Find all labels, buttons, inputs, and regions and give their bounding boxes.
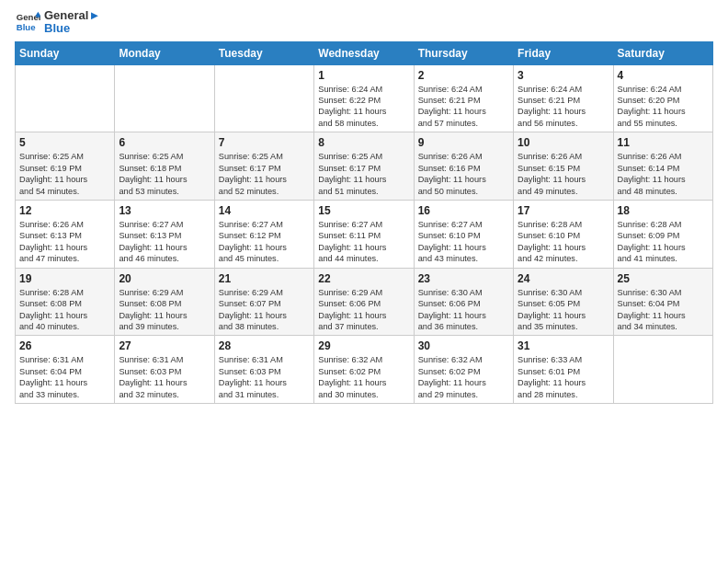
day-number: 13 [119, 204, 210, 217]
calendar-cell: 12Sunrise: 6:26 AM Sunset: 6:13 PM Dayli… [16, 200, 115, 268]
day-number: 21 [219, 272, 310, 285]
day-number: 29 [318, 339, 409, 352]
calendar-cell: 16Sunrise: 6:27 AM Sunset: 6:10 PM Dayli… [414, 200, 513, 268]
page: General Blue General► Blue SundayMondayT… [0, 0, 728, 563]
day-info: Sunrise: 6:27 AM Sunset: 6:12 PM Dayligh… [219, 219, 310, 265]
calendar-cell: 3Sunrise: 6:24 AM Sunset: 6:21 PM Daylig… [514, 64, 613, 132]
calendar-cell: 24Sunrise: 6:30 AM Sunset: 6:05 PM Dayli… [514, 268, 613, 336]
day-info: Sunrise: 6:29 AM Sunset: 6:07 PM Dayligh… [219, 287, 310, 333]
day-number: 1 [318, 69, 409, 82]
day-number: 20 [119, 272, 210, 285]
day-info: Sunrise: 6:26 AM Sunset: 6:13 PM Dayligh… [19, 219, 110, 265]
calendar-cell: 17Sunrise: 6:28 AM Sunset: 6:10 PM Dayli… [514, 200, 613, 268]
day-number: 28 [219, 339, 310, 352]
calendar-cell [613, 336, 712, 404]
week-row-3: 12Sunrise: 6:26 AM Sunset: 6:13 PM Dayli… [16, 200, 713, 268]
day-number: 14 [219, 204, 310, 217]
day-info: Sunrise: 6:26 AM Sunset: 6:14 PM Dayligh… [618, 151, 709, 197]
day-info: Sunrise: 6:30 AM Sunset: 6:06 PM Dayligh… [418, 287, 509, 333]
calendar-cell: 11Sunrise: 6:26 AM Sunset: 6:14 PM Dayli… [613, 132, 712, 201]
calendar-cell [16, 64, 115, 132]
calendar-cell: 5Sunrise: 6:25 AM Sunset: 6:19 PM Daylig… [16, 132, 115, 201]
day-number: 18 [618, 204, 709, 217]
day-info: Sunrise: 6:25 AM Sunset: 6:19 PM Dayligh… [19, 151, 110, 197]
calendar-cell: 6Sunrise: 6:25 AM Sunset: 6:18 PM Daylig… [115, 132, 214, 201]
day-number: 26 [19, 339, 110, 352]
calendar-cell: 20Sunrise: 6:29 AM Sunset: 6:08 PM Dayli… [115, 268, 214, 336]
day-info: Sunrise: 6:24 AM Sunset: 6:21 PM Dayligh… [518, 84, 609, 130]
day-number: 27 [119, 339, 210, 352]
calendar-cell: 22Sunrise: 6:29 AM Sunset: 6:06 PM Dayli… [314, 268, 414, 336]
day-info: Sunrise: 6:31 AM Sunset: 6:04 PM Dayligh… [19, 354, 110, 400]
day-info: Sunrise: 6:25 AM Sunset: 6:17 PM Dayligh… [318, 151, 409, 197]
header-day-thursday: Thursday [414, 41, 513, 64]
day-info: Sunrise: 6:26 AM Sunset: 6:16 PM Dayligh… [418, 151, 509, 197]
week-row-5: 26Sunrise: 6:31 AM Sunset: 6:04 PM Dayli… [16, 336, 713, 404]
day-info: Sunrise: 6:31 AM Sunset: 6:03 PM Dayligh… [219, 354, 310, 400]
day-number: 9 [418, 136, 509, 149]
calendar-cell: 18Sunrise: 6:28 AM Sunset: 6:09 PM Dayli… [613, 200, 712, 268]
day-info: Sunrise: 6:28 AM Sunset: 6:10 PM Dayligh… [518, 219, 609, 265]
day-number: 7 [219, 136, 310, 149]
day-number: 31 [518, 339, 609, 352]
day-number: 30 [418, 339, 509, 352]
calendar-cell: 19Sunrise: 6:28 AM Sunset: 6:08 PM Dayli… [16, 268, 115, 336]
header-day-tuesday: Tuesday [214, 41, 313, 64]
calendar-cell: 15Sunrise: 6:27 AM Sunset: 6:11 PM Dayli… [314, 200, 414, 268]
day-info: Sunrise: 6:28 AM Sunset: 6:08 PM Dayligh… [19, 287, 110, 333]
calendar-cell: 27Sunrise: 6:31 AM Sunset: 6:03 PM Dayli… [115, 336, 214, 404]
calendar-cell: 26Sunrise: 6:31 AM Sunset: 6:04 PM Dayli… [16, 336, 115, 404]
calendar-cell: 9Sunrise: 6:26 AM Sunset: 6:16 PM Daylig… [414, 132, 513, 201]
day-number: 25 [618, 272, 709, 285]
day-number: 17 [518, 204, 609, 217]
day-number: 10 [518, 136, 609, 149]
day-info: Sunrise: 6:27 AM Sunset: 6:10 PM Dayligh… [418, 219, 509, 265]
day-number: 19 [19, 272, 110, 285]
day-info: Sunrise: 6:26 AM Sunset: 6:15 PM Dayligh… [518, 151, 609, 197]
calendar-header-row: SundayMondayTuesdayWednesdayThursdayFrid… [16, 41, 713, 64]
calendar-cell: 10Sunrise: 6:26 AM Sunset: 6:15 PM Dayli… [514, 132, 613, 201]
calendar-cell: 2Sunrise: 6:24 AM Sunset: 6:21 PM Daylig… [414, 64, 513, 132]
calendar-cell: 4Sunrise: 6:24 AM Sunset: 6:20 PM Daylig… [613, 64, 712, 132]
day-info: Sunrise: 6:33 AM Sunset: 6:01 PM Dayligh… [518, 354, 609, 400]
calendar-cell: 31Sunrise: 6:33 AM Sunset: 6:01 PM Dayli… [514, 336, 613, 404]
logo-line1: General► [44, 9, 100, 22]
day-info: Sunrise: 6:24 AM Sunset: 6:20 PM Dayligh… [618, 84, 709, 130]
calendar-cell: 8Sunrise: 6:25 AM Sunset: 6:17 PM Daylig… [314, 132, 414, 201]
day-info: Sunrise: 6:31 AM Sunset: 6:03 PM Dayligh… [119, 354, 210, 400]
logo-line2: Blue [44, 22, 100, 35]
day-number: 23 [418, 272, 509, 285]
day-number: 8 [318, 136, 409, 149]
week-row-1: 1Sunrise: 6:24 AM Sunset: 6:22 PM Daylig… [16, 64, 713, 132]
day-number: 2 [418, 69, 509, 82]
logo: General Blue General► Blue [15, 9, 100, 36]
calendar-table: SundayMondayTuesdayWednesdayThursdayFrid… [15, 41, 713, 404]
day-number: 16 [418, 204, 509, 217]
day-number: 24 [518, 272, 609, 285]
header-day-wednesday: Wednesday [314, 41, 414, 64]
calendar-cell: 28Sunrise: 6:31 AM Sunset: 6:03 PM Dayli… [214, 336, 313, 404]
day-number: 6 [119, 136, 210, 149]
day-info: Sunrise: 6:25 AM Sunset: 6:18 PM Dayligh… [119, 151, 210, 197]
day-number: 5 [19, 136, 110, 149]
header-day-saturday: Saturday [613, 41, 712, 64]
day-info: Sunrise: 6:25 AM Sunset: 6:17 PM Dayligh… [219, 151, 310, 197]
header-day-friday: Friday [514, 41, 613, 64]
day-info: Sunrise: 6:29 AM Sunset: 6:06 PM Dayligh… [318, 287, 409, 333]
calendar-cell: 21Sunrise: 6:29 AM Sunset: 6:07 PM Dayli… [214, 268, 313, 336]
calendar-cell: 1Sunrise: 6:24 AM Sunset: 6:22 PM Daylig… [314, 64, 414, 132]
calendar-cell: 30Sunrise: 6:32 AM Sunset: 6:02 PM Dayli… [414, 336, 513, 404]
header-day-monday: Monday [115, 41, 214, 64]
day-info: Sunrise: 6:24 AM Sunset: 6:22 PM Dayligh… [318, 84, 409, 130]
day-info: Sunrise: 6:24 AM Sunset: 6:21 PM Dayligh… [418, 84, 509, 130]
day-number: 15 [318, 204, 409, 217]
day-info: Sunrise: 6:32 AM Sunset: 6:02 PM Dayligh… [418, 354, 509, 400]
week-row-2: 5Sunrise: 6:25 AM Sunset: 6:19 PM Daylig… [16, 132, 713, 201]
calendar-cell: 23Sunrise: 6:30 AM Sunset: 6:06 PM Dayli… [414, 268, 513, 336]
header-day-sunday: Sunday [16, 41, 115, 64]
day-info: Sunrise: 6:30 AM Sunset: 6:05 PM Dayligh… [518, 287, 609, 333]
calendar-cell [115, 64, 214, 132]
logo-icon: General Blue [15, 9, 40, 35]
day-number: 22 [318, 272, 409, 285]
calendar-cell: 14Sunrise: 6:27 AM Sunset: 6:12 PM Dayli… [214, 200, 313, 268]
